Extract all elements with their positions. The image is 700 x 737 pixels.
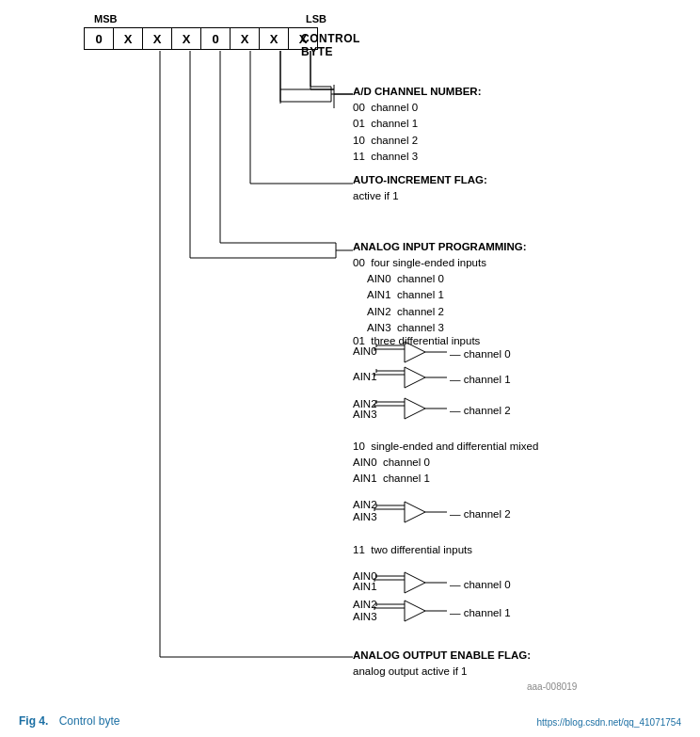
ain0-10-label: AIN0 channel 0 bbox=[353, 455, 430, 471]
svg-marker-28 bbox=[405, 367, 425, 388]
ad-channel-title: A/D CHANNEL NUMBER: bbox=[353, 84, 482, 100]
main-container: MSB LSB 0XXX0XXX CONTROL BYTE bbox=[0, 0, 700, 737]
ain3-10-label: AIN3 bbox=[353, 509, 377, 525]
analog-input-00-channels: AIN0 channel 0 AIN1 channel 1 AIN2 chann… bbox=[367, 271, 444, 336]
ain3-01-label: AIN3 bbox=[353, 407, 377, 423]
ref-code: aaa-008019 bbox=[527, 680, 577, 694]
ain1-11-label: AIN1 bbox=[353, 579, 377, 595]
svg-marker-46 bbox=[405, 572, 425, 593]
ain3-11-label: AIN3 bbox=[353, 609, 377, 625]
ch0-11-label: — channel 0 bbox=[450, 577, 511, 593]
analog-input-00: 00 four single-ended inputs bbox=[353, 255, 486, 271]
auto-increment-title: AUTO-INCREMENT FLAG: bbox=[353, 172, 487, 188]
ch2-10-label: — channel 2 bbox=[450, 506, 511, 522]
ad-channel-lines: 00 channel 0 01 channel 1 10 channel 2 1… bbox=[353, 100, 418, 165]
svg-marker-40 bbox=[405, 502, 425, 522]
ch0-01-label: — channel 0 bbox=[450, 346, 511, 362]
ch1-01-label: — channel 1 bbox=[450, 372, 511, 388]
svg-marker-52 bbox=[405, 601, 425, 621]
diagram-svg bbox=[0, 0, 700, 706]
analog-input-title: ANALOG INPUT PROGRAMMING: bbox=[353, 239, 527, 255]
watermark: https://blog.csdn.net/qq_41071754 bbox=[537, 717, 681, 728]
fig-caption: Fig 4. Control byte bbox=[19, 714, 119, 728]
ain1-01-label: AIN1 bbox=[353, 369, 377, 385]
analog-output-line: analog output active if 1 bbox=[353, 664, 467, 680]
auto-increment-line: active if 1 bbox=[353, 188, 399, 204]
analog-output-title: ANALOG OUTPUT ENABLE FLAG: bbox=[353, 648, 531, 664]
svg-marker-34 bbox=[405, 398, 425, 419]
fig-title: Control byte bbox=[59, 714, 120, 728]
ain1-10-label: AIN1 channel 1 bbox=[353, 471, 430, 487]
analog-input-10: 10 single-ended and differential mixed bbox=[353, 439, 538, 455]
fig-num: Fig 4. bbox=[19, 714, 48, 728]
analog-input-11: 11 two differential inputs bbox=[353, 542, 472, 558]
ch1-11-label: — channel 1 bbox=[450, 605, 511, 621]
ain0-01-label: AIN0 bbox=[353, 344, 377, 360]
ch2-01-label: — channel 2 bbox=[450, 403, 511, 419]
